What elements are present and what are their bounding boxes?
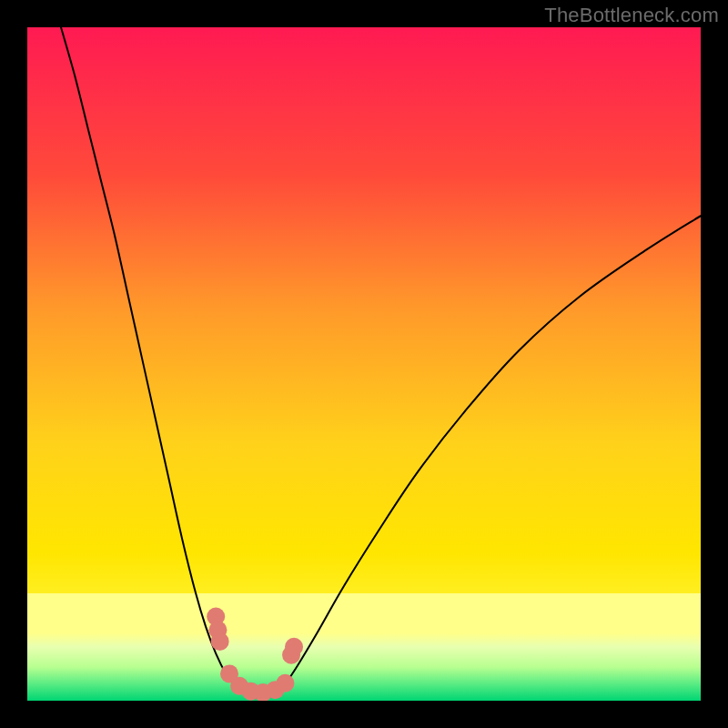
data-marker	[211, 632, 229, 651]
plot-area	[27, 27, 701, 701]
data-marker	[285, 638, 303, 656]
data-marker	[276, 674, 294, 693]
watermark-text: TheBottleneck.com	[544, 4, 719, 27]
gradient-background	[27, 27, 701, 701]
bottleneck-chart	[27, 27, 701, 701]
chart-frame: TheBottleneck.com	[0, 0, 728, 728]
